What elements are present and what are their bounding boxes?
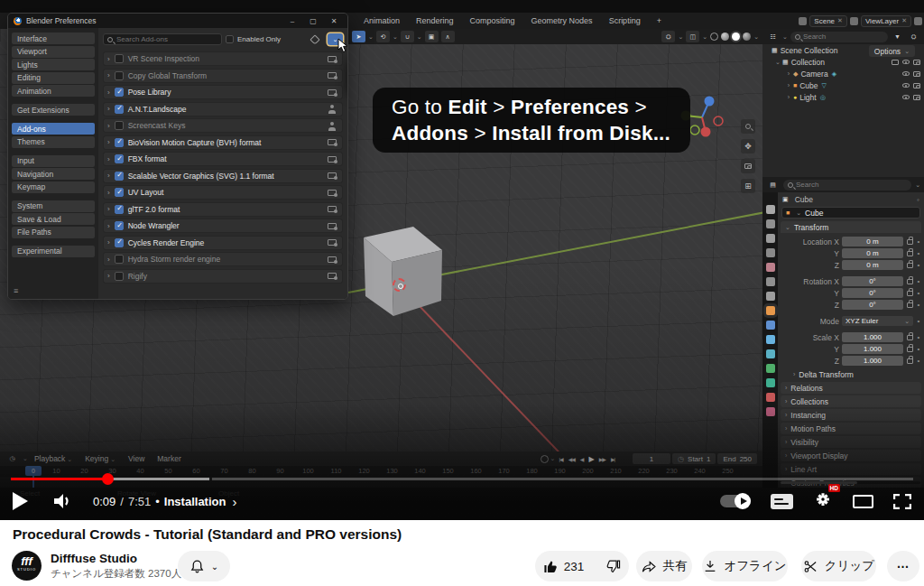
expand-caret-icon[interactable]: › (107, 222, 110, 230)
share-button[interactable]: 共有 (636, 551, 692, 581)
sidebar-item[interactable]: Keymap (12, 181, 95, 193)
like-button[interactable]: 231 (532, 551, 596, 581)
options-dropdown[interactable]: Options⌄ (869, 45, 915, 57)
sidebar-item[interactable]: Save & Load (12, 213, 95, 225)
expand-caret-icon[interactable]: › (784, 82, 793, 88)
addon-row[interactable]: › Cycles Render Engine (103, 236, 343, 250)
frame-start-field[interactable]: ◷Start1 (672, 453, 716, 464)
workspace-tab[interactable]: + (651, 14, 668, 27)
next-keyframe-icon[interactable]: ▶▶ (597, 456, 607, 462)
channel-name[interactable]: Difffuse Studio (51, 552, 137, 565)
outliner-search[interactable]: Search (790, 32, 888, 42)
viewlayer-tab-icon[interactable] (766, 248, 775, 257)
preferences-titlebar[interactable]: Blender Preferences – ▢ ✕ (8, 14, 347, 28)
collapsed-panel[interactable]: ›Collections (781, 395, 921, 407)
toggle-perspective-icon[interactable]: ⊞ (741, 179, 755, 193)
jump-end-icon[interactable]: ▶| (609, 456, 616, 462)
subtitles-button[interactable] (771, 494, 793, 509)
addon-row[interactable]: › Scalable Vector Graphics (SVG) 1.1 for… (103, 169, 343, 183)
sidebar-item[interactable]: Interface (12, 33, 95, 44)
notification-bell-button[interactable]: ⌄ (178, 551, 230, 581)
addon-search-input[interactable]: Search Add-ons (103, 33, 222, 45)
pin-icon[interactable]: ◦ (917, 195, 919, 204)
collapsed-panel[interactable]: ›Line Art (781, 463, 921, 475)
lock-icon[interactable] (907, 302, 913, 308)
timeline-menu[interactable]: View (125, 454, 147, 463)
value-field[interactable]: 1.000 (842, 344, 903, 354)
sidebar-item[interactable]: Themes (12, 136, 95, 148)
blender-preferences-window[interactable]: Blender Preferences – ▢ ✕ Interface View… (7, 13, 348, 300)
scene-tab-icon[interactable] (766, 263, 775, 272)
play-icon[interactable]: ▶ (587, 455, 595, 463)
outliner-item-name[interactable]: Camera (800, 70, 827, 79)
expand-caret-icon[interactable]: › (107, 155, 110, 163)
outliner-item-name[interactable]: Scene Collection (781, 46, 838, 55)
value-field[interactable]: 0° (842, 300, 903, 310)
workspace-tab[interactable]: Scripting (603, 14, 647, 27)
addon-checkbox[interactable] (115, 121, 124, 130)
prev-keyframe-icon[interactable]: ◀◀ (567, 456, 577, 462)
close-button[interactable]: ✕ (326, 17, 342, 25)
settings-button[interactable]: HD (813, 489, 833, 513)
outliner-item-name[interactable]: Collection (791, 58, 825, 67)
collapsed-panel[interactable]: ›Instancing (781, 409, 921, 421)
animate-dot-icon[interactable]: • (916, 357, 921, 365)
expand-caret-icon[interactable]: › (107, 88, 110, 97)
timeline-editor-icon[interactable]: ◷ (5, 453, 19, 465)
expand-caret-icon[interactable]: › (107, 172, 110, 180)
addon-row[interactable]: › Rigify (103, 269, 343, 284)
world-tab-icon[interactable] (766, 277, 775, 286)
auto-keying-icon[interactable] (541, 455, 549, 463)
new-viewlayer-icon[interactable] (914, 17, 922, 25)
progress-bar[interactable] (11, 478, 913, 480)
addon-row[interactable]: › Screencast Keys (103, 118, 343, 133)
sidebar-item[interactable]: Editing (12, 72, 95, 84)
expand-caret-icon[interactable]: › (107, 105, 110, 113)
texture-tab-icon[interactable] (766, 407, 775, 416)
lock-icon[interactable] (907, 239, 913, 245)
output-tab-icon[interactable] (766, 234, 775, 243)
chapter-chevron-icon[interactable]: › (232, 494, 236, 509)
addon-checkbox[interactable] (115, 238, 124, 247)
animate-dot-icon[interactable]: • (916, 345, 921, 353)
sidebar-item[interactable]: Navigation (12, 168, 95, 180)
addon-checkbox[interactable] (115, 88, 124, 97)
menu-burger-icon[interactable]: ≡ (14, 286, 18, 295)
transform-panel-header[interactable]: ⌄Transform (781, 221, 921, 233)
object-name-field[interactable]: ■ ⌄ Cube (781, 207, 920, 219)
sidebar-item[interactable]: File Paths (12, 227, 95, 238)
addon-row[interactable]: › BioVision Motion Capture (BVH) format (103, 135, 343, 150)
collection-tab-icon[interactable] (766, 292, 775, 301)
hide-eye-icon[interactable] (902, 71, 910, 76)
lock-icon[interactable] (907, 291, 913, 296)
addon-checkbox[interactable] (115, 188, 124, 197)
outliner-item-name[interactable]: Cube (799, 81, 818, 90)
playhead[interactable]: 0 (25, 466, 42, 476)
expand-caret-icon[interactable]: › (107, 256, 110, 264)
workspace-tab[interactable]: Animation (357, 14, 406, 27)
lock-icon[interactable] (907, 279, 913, 284)
lock-icon[interactable] (907, 358, 913, 364)
timeline-menu[interactable]: Keying (82, 454, 118, 463)
expand-caret-icon[interactable]: › (784, 70, 793, 77)
viewlayer-field[interactable]: ViewLayer✕ (861, 15, 911, 27)
maximize-button[interactable]: ▢ (305, 17, 321, 25)
timeline-menu[interactable]: Marker (154, 454, 183, 463)
value-field[interactable]: 0 m (842, 248, 903, 258)
addon-row[interactable]: › UV Layout (103, 185, 343, 200)
minimize-button[interactable]: – (284, 17, 300, 25)
animate-dot-icon[interactable]: • (916, 333, 921, 341)
outliner-row[interactable]: › ◆ Camera ◈ (762, 68, 924, 79)
animate-dot-icon[interactable]: • (916, 317, 921, 325)
sidebar-item[interactable]: Get Extensions (12, 104, 95, 116)
addon-checkbox[interactable] (115, 221, 124, 230)
editor-type-icon[interactable]: ▤ (766, 179, 780, 191)
outliner-display-mode-icon[interactable]: ☷ (766, 31, 780, 42)
material-tab-icon[interactable] (766, 393, 775, 402)
particles-tab-icon[interactable] (766, 335, 775, 344)
collapsed-panel[interactable]: ›Motion Paths (781, 423, 921, 434)
outliner-item-name[interactable]: Light (799, 93, 816, 102)
channel-avatar[interactable]: fff STUDIO (12, 551, 42, 581)
animate-dot-icon[interactable]: • (916, 261, 921, 269)
tool-tab-icon[interactable] (766, 205, 775, 214)
